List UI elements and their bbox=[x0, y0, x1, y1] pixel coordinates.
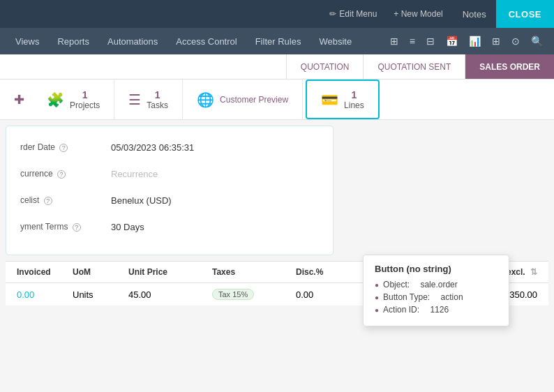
payment-terms-value: 30 Days bbox=[111, 222, 144, 232]
form-row-recurrence: currence ? Recurrence bbox=[20, 164, 319, 183]
nav-item-reports[interactable]: Reports bbox=[49, 32, 98, 51]
nav-item-automations[interactable]: Automations bbox=[99, 32, 166, 51]
col-header-taxes: Taxes bbox=[212, 267, 296, 277]
status-tab-quotation[interactable]: QUOTATION bbox=[286, 54, 364, 79]
order-date-label: rder Date ? bbox=[20, 142, 111, 152]
edit-menu-button[interactable]: ✏ Edit Menu bbox=[322, 5, 384, 23]
pricelist-label: celist ? bbox=[20, 195, 111, 205]
tasks-info: 1 Tasks bbox=[147, 89, 168, 110]
nav-item-views[interactable]: Views bbox=[7, 32, 47, 51]
tooltip-button-type-key: Button Type: bbox=[383, 292, 430, 302]
projects-smart-button[interactable]: 🧩 1 Projects bbox=[33, 80, 114, 119]
col-header-uom: UoM bbox=[73, 267, 128, 277]
main-content: rder Date ? 05/03/2023 06:35:31 currence… bbox=[0, 126, 554, 306]
form-area: rder Date ? 05/03/2023 06:35:31 currence… bbox=[6, 126, 334, 255]
lines-info: 1 Lines bbox=[344, 89, 364, 110]
status-sales-order-label: SALES ORDER bbox=[479, 62, 540, 72]
cell-unitprice: 45.00 bbox=[128, 289, 212, 300]
nav-bar: Views Reports Automations Access Control… bbox=[0, 28, 554, 54]
top-bar-actions: ✏ Edit Menu + New Model bbox=[7, 5, 453, 23]
tooltip-row-object: ● Object: sale.order bbox=[375, 280, 497, 289]
add-smart-button[interactable]: ✚ bbox=[6, 80, 33, 119]
notes-button[interactable]: Notes bbox=[453, 0, 496, 28]
tooltip-row-action-id: ● Action ID: 1126 bbox=[375, 305, 497, 315]
icon-table-view[interactable]: ⊞ bbox=[488, 33, 504, 50]
icon-calendar-view[interactable]: 📅 bbox=[442, 33, 462, 50]
tooltip-title: Button (no string) bbox=[375, 264, 497, 274]
order-date-help-icon[interactable]: ? bbox=[59, 144, 68, 152]
projects-label: Projects bbox=[70, 100, 100, 110]
tooltip-box: Button (no string) ● Object: sale.order … bbox=[363, 255, 509, 326]
nav-right-icons: ⊞ ≡ ⊟ 📅 📊 ⊞ ⊙ 🔍 bbox=[386, 33, 547, 50]
projects-info: 1 Projects bbox=[70, 89, 100, 110]
status-bar: QUOTATION QUOTATION SENT SALES ORDER bbox=[0, 54, 554, 80]
tooltip-object-value: sale.order bbox=[420, 280, 457, 289]
new-model-button[interactable]: + New Model bbox=[387, 5, 449, 23]
form-row-pricelist: celist ? Benelux (USD) bbox=[20, 190, 319, 210]
tooltip-dot-3: ● bbox=[375, 306, 379, 314]
pricelist-help-icon[interactable]: ? bbox=[44, 197, 52, 205]
icon-list-view[interactable]: ≡ bbox=[405, 33, 419, 50]
payment-terms-label: yment Terms ? bbox=[20, 222, 111, 232]
tax-badge: Tax 15% bbox=[212, 289, 254, 300]
cell-invoiced: 0.00 bbox=[17, 289, 73, 300]
payment-terms-help-icon[interactable]: ? bbox=[73, 223, 81, 232]
edit-menu-label: Edit Menu bbox=[339, 9, 377, 19]
pricelist-value: Benelux (USD) bbox=[111, 195, 172, 206]
icon-chart-view[interactable]: 📊 bbox=[465, 33, 485, 50]
customer-preview-smart-button[interactable]: 🌐 Customer Preview bbox=[183, 80, 303, 119]
form-row-payment-terms: yment Terms ? 30 Days bbox=[20, 217, 319, 236]
status-quotation-label: QUOTATION bbox=[301, 62, 350, 72]
cell-taxes: Tax 15% bbox=[212, 289, 296, 300]
lines-smart-button[interactable]: 💳 1 Lines bbox=[306, 80, 380, 119]
tasks-label: Tasks bbox=[147, 100, 168, 110]
customer-preview-info: Customer Preview bbox=[220, 95, 288, 105]
top-bar: ✏ Edit Menu + New Model Notes CLOSE bbox=[0, 0, 554, 28]
col-header-unitprice: Unit Price bbox=[128, 267, 212, 277]
close-label: CLOSE bbox=[509, 9, 541, 20]
tooltip-action-id-key: Action ID: bbox=[383, 305, 419, 315]
close-button[interactable]: CLOSE bbox=[496, 0, 554, 28]
creditcard-icon: 💳 bbox=[321, 91, 338, 108]
sort-icon[interactable]: ⇅ bbox=[530, 267, 537, 277]
status-tab-sales-order[interactable]: SALES ORDER bbox=[465, 54, 554, 79]
icon-form-view[interactable]: ⊟ bbox=[422, 33, 439, 50]
lines-count: 1 bbox=[344, 89, 364, 100]
status-tab-quotation-sent[interactable]: QUOTATION SENT bbox=[363, 54, 465, 79]
recurrence-label: currence ? bbox=[20, 169, 111, 179]
tooltip-row-button-type: ● Button Type: action bbox=[375, 292, 497, 302]
icon-dot-view[interactable]: ⊙ bbox=[507, 33, 524, 50]
puzzle-icon: 🧩 bbox=[47, 91, 64, 108]
lines-label: Lines bbox=[344, 100, 364, 110]
tasks-smart-button[interactable]: ☰ 1 Tasks bbox=[114, 80, 183, 119]
form-row-order-date: rder Date ? 05/03/2023 06:35:31 bbox=[20, 137, 319, 157]
invoiced-value: 0.00 bbox=[17, 289, 34, 300]
smart-buttons-bar: ✚ 🧩 1 Projects ☰ 1 Tasks 🌐 Customer Prev… bbox=[0, 80, 554, 120]
notes-label: Notes bbox=[463, 9, 486, 20]
status-quotation-sent-label: QUOTATION SENT bbox=[377, 62, 451, 72]
cell-uom: Units bbox=[73, 289, 128, 300]
icon-search[interactable]: 🔍 bbox=[527, 33, 547, 50]
icon-grid-view[interactable]: ⊞ bbox=[386, 33, 403, 50]
customer-preview-label: Customer Preview bbox=[220, 95, 288, 105]
col-header-disc: Disc.% bbox=[296, 267, 366, 277]
globe-icon: 🌐 bbox=[197, 91, 214, 108]
projects-count: 1 bbox=[70, 89, 100, 100]
tooltip-button-type-value: action bbox=[441, 292, 463, 302]
tooltip-action-id-value: 1126 bbox=[430, 305, 449, 315]
new-model-label: + New Model bbox=[394, 9, 442, 19]
tooltip-dot-1: ● bbox=[375, 281, 379, 289]
recurrence-help-icon[interactable]: ? bbox=[57, 170, 66, 179]
pencil-icon: ✏ bbox=[329, 9, 336, 19]
tooltip-dot-2: ● bbox=[375, 294, 379, 301]
nav-item-access-control[interactable]: Access Control bbox=[167, 32, 245, 51]
tooltip-object-key: Object: bbox=[383, 280, 410, 289]
recurrence-value: Recurrence bbox=[111, 169, 158, 179]
nav-item-website[interactable]: Website bbox=[310, 32, 360, 51]
cell-disc: 0.00 bbox=[296, 289, 366, 300]
order-date-value: 05/03/2023 06:35:31 bbox=[111, 142, 194, 153]
tasks-count: 1 bbox=[147, 89, 168, 100]
col-header-invoiced: Invoiced bbox=[17, 267, 73, 277]
nav-item-filter-rules[interactable]: Filter Rules bbox=[247, 32, 310, 51]
plus-icon: ✚ bbox=[14, 93, 24, 107]
